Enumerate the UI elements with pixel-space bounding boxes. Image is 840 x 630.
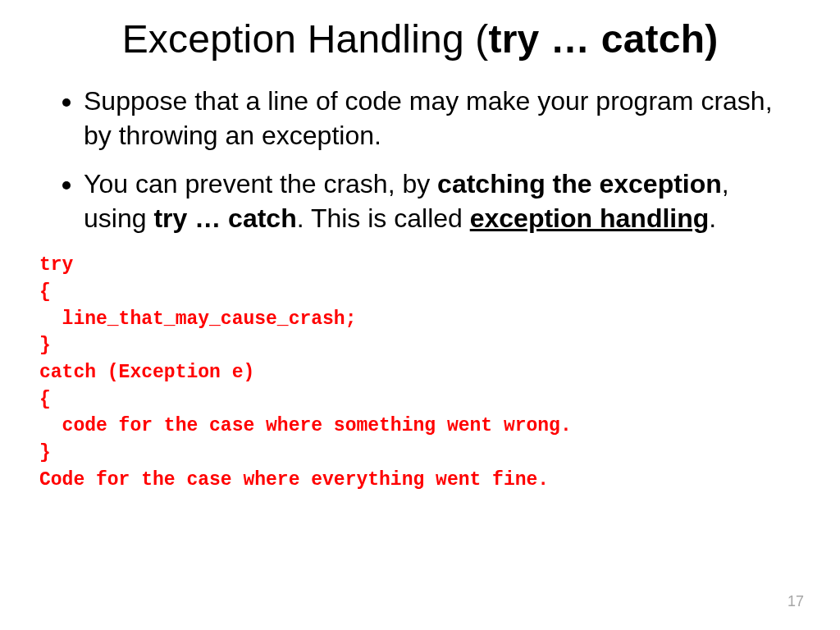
- title-prefix: Exception Handling (: [122, 17, 489, 61]
- bullet-segment: . This is called: [297, 203, 470, 233]
- bullet-list: Suppose that a line of code may make you…: [39, 84, 801, 235]
- page-number: 17: [788, 593, 804, 610]
- bullet-segment: try … catch: [153, 203, 296, 233]
- bullet-item: You can prevent the crash, by catching t…: [84, 167, 801, 235]
- bullet-segment: exception handling: [470, 203, 710, 233]
- bullet-segment: .: [709, 203, 716, 233]
- bullet-segment: Suppose that a line of code may make you…: [84, 86, 773, 150]
- slide-title: Exception Handling (try … catch): [39, 16, 801, 62]
- bullet-segment: catching the exception: [437, 169, 722, 199]
- slide: Exception Handling (try … catch) Suppose…: [0, 0, 840, 630]
- title-bold: try … catch): [489, 17, 719, 61]
- bullet-segment: You can prevent the crash, by: [84, 169, 437, 199]
- bullet-item: Suppose that a line of code may make you…: [84, 84, 801, 153]
- code-block: try { line_that_may_cause_crash; } catch…: [39, 252, 801, 493]
